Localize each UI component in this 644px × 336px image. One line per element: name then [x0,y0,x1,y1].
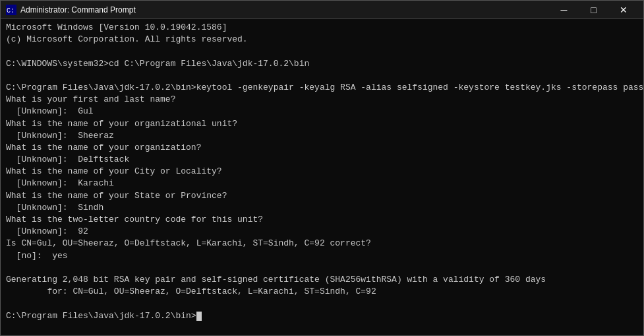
svg-text:C:: C: [7,7,15,15]
terminal-output[interactable]: Microsoft Windows [Version 10.0.19042.15… [1,19,643,335]
window-controls: ─ □ ✕ [549,1,638,19]
cmd-icon: C: [6,5,16,15]
window-title: Administrator: Command Prompt [20,5,549,15]
minimize-button[interactable]: ─ [549,1,579,19]
maximize-button[interactable]: □ [579,1,608,19]
title-bar: C: Administrator: Command Prompt ─ □ ✕ [1,1,643,19]
close-button[interactable]: ✕ [608,1,638,19]
cursor [196,312,202,321]
window: C: Administrator: Command Prompt ─ □ ✕ M… [0,0,644,336]
